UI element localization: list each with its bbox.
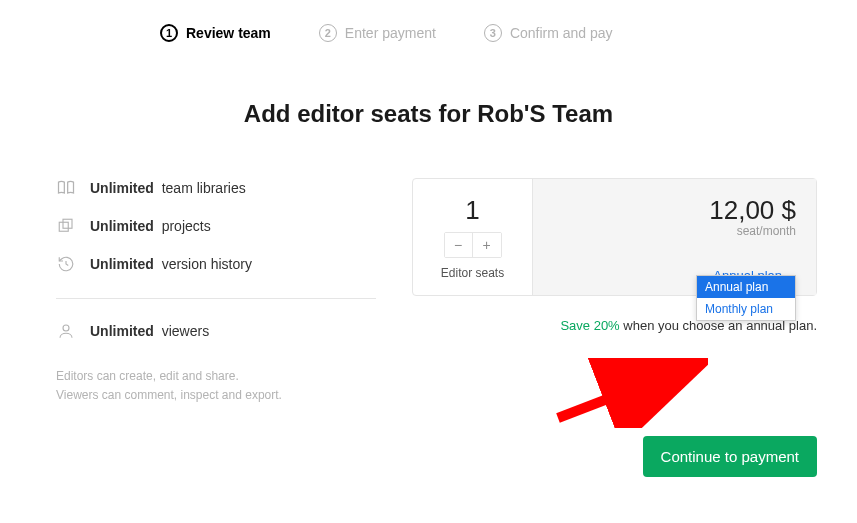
- price-value: 12,00 $: [709, 195, 796, 226]
- svg-rect-1: [63, 219, 72, 228]
- feature-viewers: Unlimited viewers: [56, 321, 376, 341]
- footnote-line: Viewers can comment, inspect and export.: [56, 386, 376, 405]
- svg-point-2: [63, 325, 69, 331]
- seat-count: 1: [465, 195, 479, 226]
- user-icon: [56, 321, 76, 341]
- step-number-2: 2: [319, 24, 337, 42]
- divider: [56, 298, 376, 299]
- footnote-line: Editors can create, edit and share.: [56, 367, 376, 386]
- increment-button[interactable]: +: [473, 233, 501, 257]
- seat-label: Editor seats: [441, 266, 504, 280]
- feature-label: projects: [162, 218, 211, 234]
- step-label: Review team: [186, 25, 271, 41]
- feature-label: team libraries: [162, 180, 246, 196]
- step-label: Enter payment: [345, 25, 436, 41]
- step-enter-payment[interactable]: 2 Enter payment: [319, 24, 436, 42]
- checkout-stepper: 1 Review team 2 Enter payment 3 Confirm …: [0, 0, 857, 42]
- feature-item: Unlimited team libraries: [56, 178, 376, 198]
- price-box: 12,00 $ seat/month Annual plan ⌄ Annual …: [533, 179, 816, 295]
- quantity-box: 1 − + Editor seats: [413, 179, 533, 295]
- plan-option-monthly[interactable]: Monthly plan: [697, 298, 795, 320]
- plan-option-annual[interactable]: Annual plan: [697, 276, 795, 298]
- save-percent: Save 20%: [560, 318, 619, 333]
- plan-dropdown: Annual plan Monthly plan: [696, 275, 796, 321]
- decrement-button[interactable]: −: [445, 233, 473, 257]
- feature-strong: Unlimited: [90, 218, 154, 234]
- price-sub: seat/month: [737, 224, 796, 238]
- svg-rect-0: [59, 222, 68, 231]
- feature-item: Unlimited version history: [56, 254, 376, 274]
- feature-strong: Unlimited: [90, 256, 154, 272]
- copy-icon: [56, 216, 76, 236]
- pricing-card: 1 − + Editor seats 12,00 $ seat/month An…: [412, 178, 817, 296]
- step-confirm-pay[interactable]: 3 Confirm and pay: [484, 24, 613, 42]
- step-review-team: 1 Review team: [160, 24, 271, 42]
- feature-strong: Unlimited: [90, 323, 154, 339]
- features-list: Unlimited team libraries Unlimited proje…: [56, 178, 376, 405]
- quantity-stepper: − +: [444, 232, 502, 258]
- feature-label: viewers: [162, 323, 209, 339]
- history-icon: [56, 254, 76, 274]
- feature-strong: Unlimited: [90, 180, 154, 196]
- step-number-1: 1: [160, 24, 178, 42]
- feature-label: version history: [162, 256, 252, 272]
- continue-button[interactable]: Continue to payment: [643, 436, 817, 477]
- footnote: Editors can create, edit and share. View…: [56, 367, 376, 405]
- step-number-3: 3: [484, 24, 502, 42]
- page-title: Add editor seats for Rob'S Team: [0, 100, 857, 128]
- book-icon: [56, 178, 76, 198]
- step-label: Confirm and pay: [510, 25, 613, 41]
- feature-item: Unlimited projects: [56, 216, 376, 236]
